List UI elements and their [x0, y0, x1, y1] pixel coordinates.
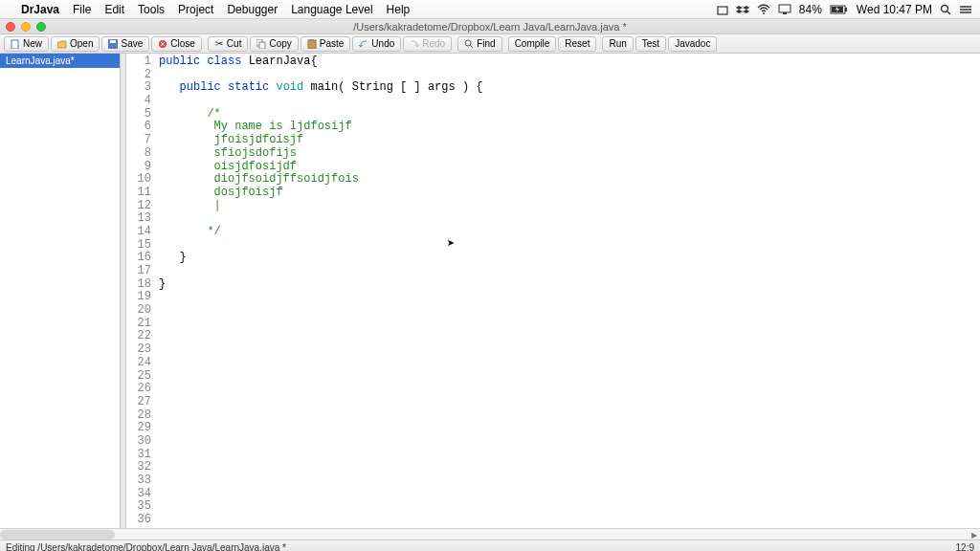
svg-rect-21	[310, 39, 314, 41]
svg-rect-14	[110, 40, 116, 43]
clock[interactable]: Wed 10:47 PM	[857, 3, 932, 16]
cut-button[interactable]: ✂Cut	[208, 36, 249, 52]
file-entry-learnjava[interactable]: LearnJava.java*	[0, 54, 120, 68]
close-button[interactable]: Close	[151, 36, 202, 52]
svg-line-8	[947, 11, 950, 14]
menu-debugger[interactable]: Debugger	[227, 3, 278, 16]
file-list-sidebar: LearnJava.java*	[0, 54, 121, 528]
compile-button[interactable]: Compile	[508, 36, 557, 52]
minimize-window-button[interactable]	[21, 22, 31, 32]
copy-icon	[256, 39, 266, 49]
svg-rect-0	[718, 7, 727, 14]
battery-percent: 84%	[799, 3, 822, 16]
toolbar: New Open Save Close ✂Cut Copy Paste Undo…	[0, 34, 980, 54]
menu-file[interactable]: File	[73, 3, 91, 16]
paste-icon	[307, 39, 317, 49]
status-left: Editing /Users/kakradetome/Dropbox/Learn…	[6, 542, 286, 551]
redo-icon	[410, 39, 419, 49]
status-bar: Editing /Users/kakradetome/Dropbox/Learn…	[0, 540, 980, 551]
menu-language-level[interactable]: Language Level	[291, 3, 372, 16]
paste-button[interactable]: Paste	[301, 36, 351, 52]
line-gutter: 1234567891011121314151617181920212223242…	[126, 54, 159, 528]
undo-button[interactable]: Undo	[352, 36, 401, 52]
app-name[interactable]: DrJava	[21, 3, 59, 16]
svg-rect-12	[11, 40, 18, 49]
horizontal-scrollbar[interactable]: ◀ ▶	[0, 528, 980, 540]
svg-rect-3	[783, 12, 787, 14]
svg-point-7	[942, 5, 948, 11]
open-button[interactable]: Open	[51, 36, 100, 52]
find-icon	[464, 39, 474, 49]
new-icon	[11, 39, 20, 49]
save-button[interactable]: Save	[101, 36, 149, 52]
mac-menubar: DrJava File Edit Tools Project Debugger …	[0, 0, 980, 19]
copy-button[interactable]: Copy	[250, 36, 298, 52]
redo-button[interactable]: Redo	[403, 36, 452, 52]
reset-button[interactable]: Reset	[558, 36, 596, 52]
close-window-button[interactable]	[6, 22, 15, 32]
scroll-right-arrow[interactable]: ▶	[969, 529, 980, 540]
window-title: /Users/kakradetome/Dropbox/Learn Java/Le…	[353, 21, 627, 33]
main-area: LearnJava.java* 123456789101112131415161…	[0, 54, 980, 528]
javadoc-button[interactable]: Javadoc	[668, 36, 717, 52]
svg-rect-2	[779, 5, 791, 12]
find-button[interactable]: Find	[457, 36, 501, 52]
traffic-lights	[6, 22, 46, 32]
close-icon	[158, 39, 167, 49]
status-tray: 84% Wed 10:47 PM	[717, 3, 972, 16]
new-button[interactable]: New	[4, 36, 49, 52]
menu-help[interactable]: Help	[387, 3, 411, 16]
code-editor[interactable]: 1234567891011121314151617181920212223242…	[126, 54, 980, 528]
undo-icon	[359, 39, 368, 49]
test-button[interactable]: Test	[635, 36, 666, 52]
open-icon	[57, 39, 67, 49]
zoom-window-button[interactable]	[36, 22, 46, 32]
battery-icon[interactable]	[830, 4, 849, 15]
menu-tools[interactable]: Tools	[138, 3, 165, 16]
menu-project[interactable]: Project	[178, 3, 213, 16]
cut-icon: ✂	[214, 39, 224, 49]
dropbox-icon[interactable]	[736, 4, 749, 15]
svg-rect-19	[259, 42, 265, 49]
menu-edit[interactable]: Edit	[104, 3, 124, 16]
svg-line-23	[470, 45, 473, 48]
display-icon[interactable]	[778, 4, 791, 15]
cursor-position: 12:9	[956, 542, 974, 551]
code-content[interactable]: public class LearnJava{ public static vo…	[159, 54, 980, 528]
menu-icon[interactable]	[959, 4, 972, 15]
save-icon	[108, 39, 118, 49]
svg-point-1	[763, 12, 765, 14]
svg-rect-20	[308, 40, 316, 49]
box-icon[interactable]	[717, 4, 728, 15]
window-titlebar: /Users/kakradetome/Dropbox/Learn Java/Le…	[0, 19, 980, 34]
svg-rect-5	[845, 8, 847, 11]
wifi-icon[interactable]	[757, 4, 770, 15]
run-button[interactable]: Run	[602, 36, 633, 52]
spotlight-icon[interactable]	[940, 4, 951, 15]
scroll-thumb[interactable]	[0, 530, 115, 540]
